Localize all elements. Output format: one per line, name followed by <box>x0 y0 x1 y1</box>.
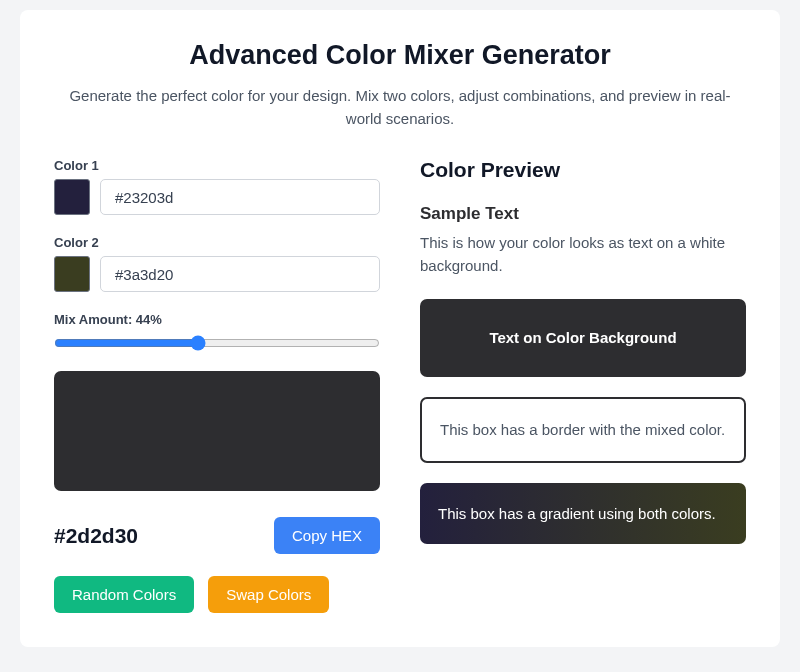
page-title: Advanced Color Mixer Generator <box>54 40 746 71</box>
gradient-panel: This box has a gradient using both color… <box>420 483 746 545</box>
color1-label: Color 1 <box>54 158 380 173</box>
random-colors-button[interactable]: Random Colors <box>54 576 194 613</box>
text-on-color-label: Text on Color Background <box>489 329 676 346</box>
preview-column: Color Preview Sample Text This is how yo… <box>420 158 746 613</box>
swap-colors-button[interactable]: Swap Colors <box>208 576 329 613</box>
main-columns: Color 1 Color 2 Mix Amount: 44% #2d2d30 … <box>54 158 746 613</box>
color1-input[interactable] <box>100 179 380 215</box>
preview-heading: Color Preview <box>420 158 746 182</box>
color2-label: Color 2 <box>54 235 380 250</box>
mix-slider[interactable] <box>54 335 380 351</box>
copy-hex-button[interactable]: Copy HEX <box>274 517 380 554</box>
color1-swatch[interactable] <box>54 179 90 215</box>
result-row: #2d2d30 Copy HEX <box>54 517 380 554</box>
sample-desc: This is how your color looks as text on … <box>420 232 746 277</box>
result-swatch <box>54 371 380 491</box>
border-panel-text: This box has a border with the mixed col… <box>440 421 725 438</box>
action-button-row: Random Colors Swap Colors <box>54 576 380 613</box>
sample-text-block: Sample Text This is how your color looks… <box>420 204 746 277</box>
result-hex: #2d2d30 <box>54 524 138 548</box>
page-subtitle: Generate the perfect color for your desi… <box>54 85 746 130</box>
border-panel: This box has a border with the mixed col… <box>420 397 746 463</box>
color2-row <box>54 256 380 292</box>
app-card: Advanced Color Mixer Generator Generate … <box>20 10 780 647</box>
color2-input[interactable] <box>100 256 380 292</box>
gradient-panel-text: This box has a gradient using both color… <box>438 505 716 522</box>
sample-title: Sample Text <box>420 204 746 224</box>
mix-label: Mix Amount: 44% <box>54 312 380 327</box>
controls-column: Color 1 Color 2 Mix Amount: 44% #2d2d30 … <box>54 158 380 613</box>
color2-swatch[interactable] <box>54 256 90 292</box>
color1-row <box>54 179 380 215</box>
text-on-color-panel: Text on Color Background <box>420 299 746 377</box>
